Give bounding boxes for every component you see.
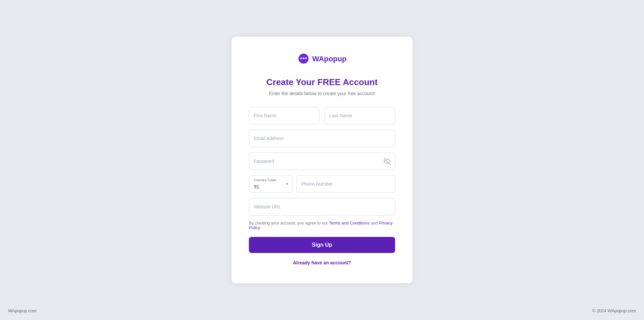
password-toggle-button[interactable] xyxy=(384,158,390,165)
terms-suffix: . xyxy=(260,226,261,230)
terms-text: By creating your account, you agree to o… xyxy=(249,221,395,230)
footer-left: WApopup.com xyxy=(8,308,37,313)
svg-point-1 xyxy=(300,58,302,59)
page-subtitle: Enter the details below to create your f… xyxy=(249,91,395,96)
already-account-link[interactable]: Already have an account? xyxy=(293,260,351,265)
svg-point-2 xyxy=(303,58,304,59)
last-name-group: Last Name xyxy=(325,107,395,124)
logo-container: WApopup xyxy=(249,53,395,65)
first-name-input[interactable] xyxy=(249,107,319,124)
eye-off-icon xyxy=(384,158,390,165)
logo-text: WApopup xyxy=(312,55,347,63)
password-input[interactable] xyxy=(249,152,395,170)
email-input[interactable] xyxy=(249,130,395,147)
phone-input[interactable] xyxy=(297,175,395,193)
already-account-container: Already have an account? xyxy=(249,260,395,266)
country-code-select[interactable]: 91 1 44 61 49 33 xyxy=(249,175,292,193)
first-name-group: First Name xyxy=(249,107,319,124)
signup-form: First Name Last Name Email Address Passw… xyxy=(249,107,395,266)
signup-card: WApopup Create Your FREE Account Enter t… xyxy=(231,37,413,283)
footer-right: © 2024 WApopup.com xyxy=(592,308,636,313)
phone-row: Country Code 91 1 44 61 49 33 ▼ Phone Nu… xyxy=(249,175,395,193)
website-input[interactable] xyxy=(249,198,395,215)
terms-middle: and xyxy=(370,221,379,226)
country-code-group: Country Code 91 1 44 61 49 33 ▼ xyxy=(249,175,292,193)
name-row: First Name Last Name xyxy=(249,107,395,124)
email-group: Email Address xyxy=(249,130,395,147)
website-group: Website URL xyxy=(249,198,395,215)
logo-icon xyxy=(298,53,310,65)
phone-number-group: Phone Number xyxy=(297,175,395,193)
last-name-input[interactable] xyxy=(325,107,395,124)
svg-point-3 xyxy=(305,58,307,59)
terms-prefix: By creating your account, you agree to o… xyxy=(249,221,329,226)
password-group: Password xyxy=(249,152,395,170)
terms-link[interactable]: Terms and Conditions xyxy=(329,221,370,226)
sign-up-button[interactable]: Sign Up xyxy=(249,237,395,253)
page-title: Create Your FREE Account xyxy=(249,77,395,87)
